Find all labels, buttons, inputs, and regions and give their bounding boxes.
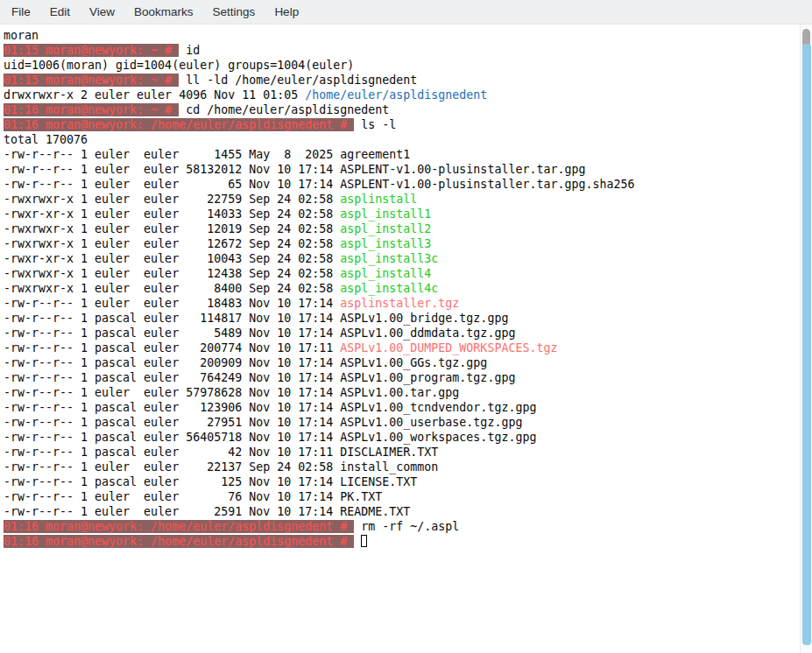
file-name: aspl_install4c <box>340 282 438 295</box>
terminal-line: -rwxrwxr-x 1 euler euler 12672 Sep 24 02… <box>4 236 800 251</box>
terminal-line: uid=1006(moran) gid=1004(euler) groups=1… <box>4 58 800 73</box>
file-attributes: -rw-r--r-- 1 pascal euler 5489 Nov 10 17… <box>4 326 340 340</box>
terminal-line: -rw-r--r-- 1 pascal euler 42 Nov 10 17:1… <box>4 445 800 460</box>
file-name: aspl_install2 <box>340 222 431 235</box>
file-attributes: -rw-r--r-- 1 euler euler 1455 May 8 2025 <box>4 148 340 161</box>
file-name: ASPLv1.00_bridge.tgz.gpg <box>340 312 508 325</box>
terminal-scrollbar[interactable] <box>800 25 812 653</box>
file-attributes: -rwxrwxr-x 1 euler euler 12019 Sep 24 02… <box>4 222 340 235</box>
terminal-line: -rwxr-xr-x 1 euler euler 14033 Sep 24 02… <box>4 207 800 221</box>
terminal-line: total 170076 <box>4 132 800 147</box>
terminal-line: -rw-r--r-- 1 pascal euler 114817 Nov 10 … <box>4 311 800 326</box>
terminal-line: -rw-r--r-- 1 euler euler 65 Nov 10 17:14… <box>4 177 800 192</box>
command-text: ls -l <box>354 118 396 131</box>
terminal-line: -rw-r--r-- 1 pascal euler 5489 Nov 10 17… <box>4 326 800 341</box>
terminal-line: 01:16 moran@newyork: /home/euler/aspldis… <box>4 519 800 534</box>
file-name: asplinstall <box>340 193 417 206</box>
prompt-badge: 01:15 moran@newyork: ~ # <box>4 44 179 57</box>
terminal-text: uid=1006(moran) gid=1004(euler) groups=1… <box>4 59 354 72</box>
file-name: /home/euler/aspldisgnedent <box>305 88 487 102</box>
file-name: asplinstaller.tgz <box>340 297 459 310</box>
file-name: ASPLv1.00_DUMPED_WORKSPACES.tgz <box>340 341 557 355</box>
file-attributes: -rw-r--r-- 1 euler euler 76 Nov 10 17:14 <box>4 490 340 503</box>
file-attributes: -rw-r--r-- 1 pascal euler 123906 Nov 10 … <box>4 401 340 414</box>
terminal-line: -rw-r--r-- 1 pascal euler 200774 Nov 10 … <box>4 341 800 355</box>
file-attributes: -rwxrwxr-x 1 euler euler 22759 Sep 24 02… <box>4 193 340 206</box>
terminal-line: -rw-r--r-- 1 pascal euler 125 Nov 10 17:… <box>4 474 800 489</box>
file-name: ASPLv1.00_userbase.tgz.gpg <box>340 416 522 429</box>
file-name: agreement1 <box>340 148 410 161</box>
file-attributes: -rw-r--r-- 1 euler euler 65 Nov 10 17:14 <box>4 178 340 191</box>
terminal-line: -rw-r--r-- 1 euler euler 76 Nov 10 17:14… <box>4 489 800 504</box>
file-name: ASPLv1.00_tcndvendor.tgz.gpg <box>340 401 536 414</box>
menu-edit[interactable]: Edit <box>40 0 80 25</box>
terminal-line: -rw-r--r-- 1 pascal euler 27951 Nov 10 1… <box>4 415 800 430</box>
terminal-line: 01:15 moran@newyork: ~ # ll -ld /home/eu… <box>4 73 800 88</box>
prompt-badge: 01:16 moran@newyork: /home/euler/aspldis… <box>4 520 354 533</box>
terminal-text: moran <box>4 29 39 42</box>
file-name: LICENSE.TXT <box>340 475 417 488</box>
terminal-line: -rw-r--r-- 1 pascal euler 764249 Nov 10 … <box>4 370 800 385</box>
file-attributes: -rwxrwxr-x 1 euler euler 12438 Sep 24 02… <box>4 267 340 280</box>
file-attributes: -rw-r--r-- 1 pascal euler 200909 Nov 10 … <box>4 356 340 369</box>
menu-help[interactable]: Help <box>265 0 308 25</box>
file-attributes: -rw-r--r-- 1 pascal euler 200774 Nov 10 … <box>4 341 340 355</box>
terminal-line: -rwxrwxr-x 1 euler euler 12438 Sep 24 02… <box>4 266 800 281</box>
terminal-line: 01:16 moran@newyork: /home/euler/aspldis… <box>4 534 800 549</box>
file-attributes: -rw-r--r-- 1 pascal euler 125 Nov 10 17:… <box>4 475 340 488</box>
file-name: ASPLv1.00_workspaces.tgz.gpg <box>340 431 536 444</box>
terminal-line: drwxrwxr-x 2 euler euler 4096 Nov 11 01:… <box>4 88 800 102</box>
file-name: ASPLv1.00.tar.gpg <box>340 386 459 399</box>
command-text: ll -ld /home/euler/aspldisgnedent <box>179 74 417 87</box>
file-name: aspl_install3 <box>340 237 431 250</box>
prompt-badge: 01:15 moran@newyork: ~ # <box>4 74 179 87</box>
terminal-line: -rwxrwxr-x 1 euler euler 12019 Sep 24 02… <box>4 221 800 236</box>
file-name: README.TXT <box>340 505 410 518</box>
file-name: aspl_install4 <box>340 267 431 280</box>
terminal-line: -rw-r--r-- 1 euler euler 2591 Nov 10 17:… <box>4 504 800 519</box>
file-attributes: -rw-r--r-- 1 pascal euler 42 Nov 10 17:1… <box>4 446 340 459</box>
file-attributes: -rwxrwxr-x 1 euler euler 12672 Sep 24 02… <box>4 237 340 250</box>
terminal-text: total 170076 <box>4 133 88 146</box>
file-name: ASPLv1.00_program.tgz.gpg <box>340 371 515 384</box>
file-attributes: -rwxr-xr-x 1 euler euler 14033 Sep 24 02… <box>4 207 340 221</box>
file-attributes: -rw-r--r-- 1 pascal euler 56405718 Nov 1… <box>4 431 340 444</box>
file-name: ASPLv1.00_ddmdata.tgz.gpg <box>340 326 515 340</box>
file-attributes: -rwxrwxr-x 1 euler euler 8400 Sep 24 02:… <box>4 282 340 295</box>
prompt-badge: 01:16 moran@newyork: ~ # <box>4 103 179 116</box>
terminal-line: -rwxrwxr-x 1 euler euler 22759 Sep 24 02… <box>4 192 800 207</box>
terminal-line: -rw-r--r-- 1 euler euler 58132012 Nov 10… <box>4 162 800 177</box>
terminal-line: -rwxr-xr-x 1 euler euler 10043 Sep 24 02… <box>4 251 800 266</box>
file-attributes: -rw-r--r-- 1 euler euler 22137 Sep 24 02… <box>4 460 340 474</box>
terminal-line: -rw-r--r-- 1 euler euler 57978628 Nov 10… <box>4 385 800 400</box>
file-attributes: -rw-r--r-- 1 euler euler 2591 Nov 10 17:… <box>4 505 340 518</box>
terminal-output-area[interactable]: moran01:15 moran@newyork: ~ # iduid=1006… <box>0 25 800 653</box>
scrollbar-highlight-region <box>802 44 811 645</box>
menu-file[interactable]: File <box>2 0 40 25</box>
file-attributes: -rw-r--r-- 1 pascal euler 27951 Nov 10 1… <box>4 416 340 429</box>
file-attributes: -rw-r--r-- 1 euler euler 18483 Nov 10 17… <box>4 297 340 310</box>
terminal-line: -rw-r--r-- 1 euler euler 18483 Nov 10 17… <box>4 296 800 311</box>
terminal-line: 01:15 moran@newyork: ~ # id <box>4 43 800 58</box>
file-attributes: -rw-r--r-- 1 euler euler 57978628 Nov 10… <box>4 386 340 399</box>
terminal-line: -rw-r--r-- 1 euler euler 1455 May 8 2025… <box>4 147 800 162</box>
menu-bar: File Edit View Bookmarks Settings Help <box>0 0 812 25</box>
file-attributes: -rw-r--r-- 1 pascal euler 764249 Nov 10 … <box>4 371 340 384</box>
terminal-line: -rwxrwxr-x 1 euler euler 8400 Sep 24 02:… <box>4 281 800 296</box>
terminal-line: -rw-r--r-- 1 pascal euler 123906 Nov 10 … <box>4 400 800 415</box>
menu-bookmarks[interactable]: Bookmarks <box>124 0 203 25</box>
menu-settings[interactable]: Settings <box>203 0 265 25</box>
file-name: DISCLAIMER.TXT <box>340 446 438 459</box>
file-attributes: -rw-r--r-- 1 pascal euler 114817 Nov 10 … <box>4 312 340 325</box>
terminal-line: moran <box>4 28 800 43</box>
terminal-cursor <box>361 535 367 547</box>
command-text: rm -rf ~/.aspl <box>354 520 459 533</box>
file-name: ASPLENT-v1.00-plusinstaller.tar.gpg <box>340 163 585 176</box>
terminal-line: -rw-r--r-- 1 pascal euler 56405718 Nov 1… <box>4 430 800 445</box>
prompt-badge: 01:16 moran@newyork: /home/euler/aspldis… <box>4 535 354 548</box>
file-name: ASPLv1.00_GGs.tgz.gpg <box>340 356 487 369</box>
file-attributes: -rw-r--r-- 1 euler euler 58132012 Nov 10… <box>4 163 340 176</box>
command-text: cd /home/euler/aspldisgnedent <box>179 103 389 116</box>
menu-view[interactable]: View <box>80 0 124 25</box>
terminal-line: 01:16 moran@newyork: /home/euler/aspldis… <box>4 117 800 132</box>
